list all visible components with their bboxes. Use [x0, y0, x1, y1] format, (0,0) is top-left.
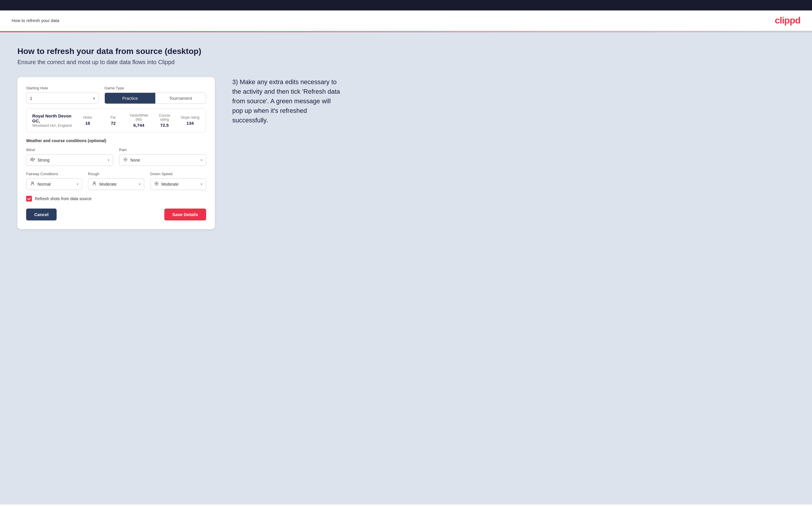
course-rating-stat: Course rating 72.5: [154, 113, 174, 128]
course-rating-value: 72.5: [154, 123, 174, 128]
practice-button[interactable]: Practice: [105, 93, 155, 104]
fairway-group: Fairway Conditions Normal ▾: [26, 172, 82, 190]
starting-hole-select[interactable]: 1 10: [26, 93, 99, 104]
refresh-checkbox[interactable]: [26, 196, 32, 202]
game-type-group: Game Type Practice Tournament: [104, 86, 206, 104]
holes-stat: Holes 18: [78, 115, 98, 126]
rain-label: Rain: [119, 148, 206, 152]
wind-icon: [30, 157, 35, 163]
fairway-value: Normal: [38, 182, 77, 186]
starting-hole-select-wrapper: 1 10 ▾: [26, 93, 99, 104]
par-stat: Par 72: [103, 115, 123, 126]
page-heading: How to refresh your data from source (de…: [17, 47, 795, 56]
green-speed-chevron-icon: ▾: [201, 182, 202, 186]
conditions-title: Weather and course conditions (optional): [26, 138, 206, 143]
rough-value: Moderate: [99, 182, 139, 186]
starting-hole-game-type-row: Starting Hole 1 10 ▾ Game Type Practice …: [26, 86, 206, 104]
content-layout: Starting Hole 1 10 ▾ Game Type Practice …: [17, 77, 795, 229]
wind-rain-row: Wind Strong ▾ Rain: [26, 148, 206, 166]
tournament-button[interactable]: Tournament: [155, 93, 206, 104]
wind-group: Wind Strong ▾: [26, 148, 113, 166]
rain-value: None: [130, 158, 201, 162]
logo: clippd: [775, 15, 800, 26]
holes-label: Holes: [78, 115, 98, 119]
refresh-checkbox-label: Refresh shots from data source: [35, 196, 92, 201]
game-type-buttons: Practice Tournament: [104, 93, 206, 104]
course-name: Royal North Devon GC,: [32, 113, 72, 123]
save-button[interactable]: Save Details: [164, 209, 206, 220]
par-label: Par: [103, 115, 123, 119]
rain-icon: [123, 157, 128, 163]
game-type-label: Game Type: [104, 86, 206, 90]
svg-point-1: [32, 182, 33, 184]
side-text: 3) Make any extra edits necessary to the…: [232, 77, 343, 125]
svg-point-2: [94, 182, 95, 184]
header-title: How to refresh your data: [12, 18, 59, 23]
course-location: Westward Ho!, England: [32, 123, 72, 128]
course-name-block: Royal North Devon GC, Westward Ho!, Engl…: [32, 113, 72, 128]
green-speed-icon: [154, 181, 159, 187]
rough-dropdown[interactable]: Moderate ▾: [88, 178, 144, 190]
wind-value: Strong: [38, 158, 108, 162]
fairway-dropdown[interactable]: Normal ▾: [26, 178, 82, 190]
rain-chevron-icon: ▾: [201, 158, 202, 162]
course-info-box: Royal North Devon GC, Westward Ho!, Engl…: [26, 109, 206, 132]
green-speed-label: Green Speed: [150, 172, 206, 176]
rough-label: Rough: [88, 172, 144, 176]
rough-chevron-icon: ▾: [139, 182, 141, 186]
course-rating-label: Course rating: [154, 113, 174, 121]
yards-label: Yards/White (M)): [129, 113, 149, 121]
starting-hole-group: Starting Hole 1 10 ▾: [26, 86, 99, 104]
yards-stat: Yards/White (M)) 6,744: [129, 113, 149, 128]
rough-group: Rough Moderate ▾: [88, 172, 144, 190]
green-speed-dropdown[interactable]: Moderate ▾: [150, 178, 206, 190]
green-speed-group: Green Speed Moderate ▾: [150, 172, 206, 190]
svg-point-3: [156, 183, 157, 184]
wind-chevron-icon: ▾: [108, 158, 109, 162]
wind-label: Wind: [26, 148, 113, 152]
footer: Copyright Clippd 2022: [0, 504, 812, 507]
par-value: 72: [103, 121, 123, 126]
cancel-button[interactable]: Cancel: [26, 209, 57, 220]
button-row: Cancel Save Details: [26, 209, 206, 220]
rain-dropdown[interactable]: None ▾: [119, 154, 206, 166]
slope-rating-value: 134: [180, 121, 200, 126]
slope-rating-stat: Slope rating 134: [180, 115, 200, 126]
page-subheading: Ensure the correct and most up to date d…: [17, 59, 795, 65]
holes-value: 18: [78, 121, 98, 126]
fairway-chevron-icon: ▾: [77, 182, 79, 186]
side-text-content: 3) Make any extra edits necessary to the…: [232, 77, 343, 125]
main-content: How to refresh your data from source (de…: [0, 32, 812, 504]
slope-rating-label: Slope rating: [180, 115, 200, 119]
wind-dropdown[interactable]: Strong ▾: [26, 154, 113, 166]
rough-icon: [92, 181, 97, 187]
svg-point-0: [124, 159, 126, 160]
form-card: Starting Hole 1 10 ▾ Game Type Practice …: [17, 77, 215, 229]
fairway-icon: [30, 181, 35, 187]
fairway-label: Fairway Conditions: [26, 172, 82, 176]
starting-hole-label: Starting Hole: [26, 86, 99, 90]
green-speed-value: Moderate: [161, 182, 201, 186]
yards-value: 6,744: [129, 123, 149, 128]
conditions-row-2: Fairway Conditions Normal ▾ Rough: [26, 172, 206, 190]
rain-group: Rain None ▾: [119, 148, 206, 166]
refresh-checkbox-row: Refresh shots from data source: [26, 196, 206, 202]
